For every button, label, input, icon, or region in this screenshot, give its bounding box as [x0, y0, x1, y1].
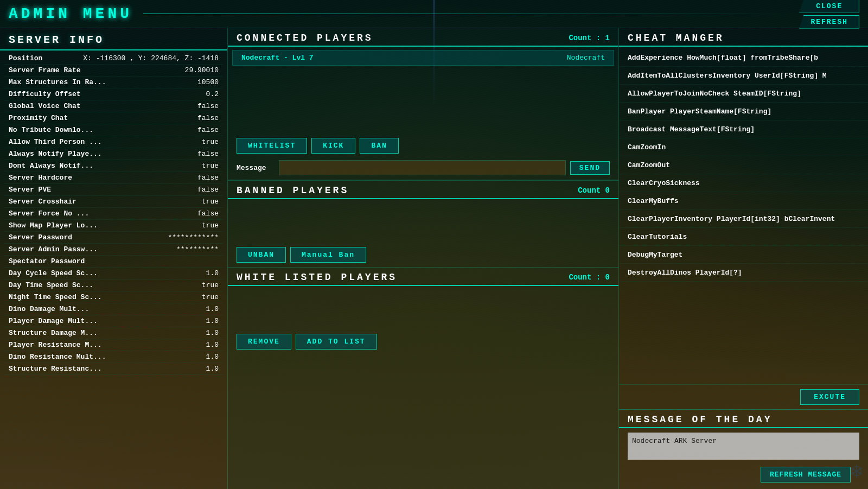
ban-button[interactable]: BAN — [360, 138, 398, 154]
list-item[interactable]: ClearTutorials — [619, 228, 868, 246]
info-value: ************ — [168, 233, 219, 242]
info-value: false — [197, 114, 219, 122]
list-item[interactable]: AddExperience HowMuch[float] fromTribeSh… — [619, 49, 868, 67]
list-item[interactable]: CamZoomIn — [619, 138, 868, 156]
info-row: PositionX: -116300 , Y: 224684, Z: -1418 — [4, 53, 223, 65]
info-value: true — [202, 138, 219, 146]
message-input[interactable] — [279, 160, 566, 175]
info-value: false — [197, 174, 219, 182]
message-row: Message SEND — [228, 158, 618, 180]
list-item[interactable]: ClearPlayerInventory PlayerId[int32] bCl… — [619, 210, 868, 228]
list-item[interactable]: CamZoomOut — [619, 156, 868, 174]
cheat-text: AddItemToAllClustersInventory UserId[FSt… — [628, 72, 827, 80]
manual-ban-button[interactable]: Manual Ban — [290, 247, 366, 263]
remove-button[interactable]: REMOVE — [237, 334, 291, 350]
players-list: Nodecraft - Lvl 7 Nodecraft — [228, 47, 618, 134]
banned-players-count: Count 0 — [578, 186, 610, 195]
whitelist-button[interactable]: WHITELIST — [237, 138, 307, 154]
info-value: ********** — [176, 245, 219, 253]
list-item[interactable]: DebugMyTarget — [619, 246, 868, 264]
list-item[interactable]: ClearCryoSickness — [619, 174, 868, 192]
info-label: Day Time Speed Sc... — [9, 281, 202, 289]
cheat-text: Broadcast MessageText[FString] — [628, 125, 755, 134]
refresh-button[interactable]: REFRESH — [799, 15, 859, 29]
top-buttons: CLOSE REFRESH — [799, 0, 859, 29]
info-row: Server Hardcorefalse — [4, 172, 223, 184]
table-row[interactable]: Nodecraft - Lvl 7 Nodecraft — [232, 50, 614, 66]
info-label: Structure Damage M... — [9, 329, 206, 337]
info-label: Player Resistance M... — [9, 341, 206, 349]
info-row: Dino Resistance Mult...1.0 — [4, 351, 223, 363]
info-label: Server Hardcore — [9, 174, 197, 182]
excute-row: EXCUTE — [619, 384, 868, 409]
unban-button[interactable]: UNBAN — [237, 247, 286, 263]
list-item[interactable]: BanPlayer PlayerSteamName[FString] — [619, 103, 868, 120]
info-value: 1.0 — [206, 269, 219, 277]
whitelisted-players-header: WHITE LISTED PLAYERS Count : 0 — [228, 268, 618, 286]
connected-players-panel: CONNECTED PLAYERS Count : 1 Nodecraft - … — [228, 28, 618, 180]
center-column: CONNECTED PLAYERS Count : 1 Nodecraft - … — [228, 28, 618, 489]
info-label: Spectator Password — [9, 257, 219, 265]
info-row: Server Crosshairtrue — [4, 196, 223, 208]
server-info-panel: SERVER INFO PositionX: -116300 , Y: 2246… — [0, 28, 228, 489]
info-value: 1.0 — [206, 329, 219, 337]
info-label: Show Map Player Lo... — [9, 221, 202, 230]
info-label: Server Force No ... — [9, 209, 197, 218]
close-button[interactable]: CLOSE — [799, 0, 859, 13]
send-button[interactable]: SEND — [570, 161, 610, 175]
info-value: 10500 — [197, 78, 219, 86]
list-item[interactable]: AllowPlayerToJoinNoCheck SteamID[FString… — [619, 85, 868, 103]
cheat-text: DebugMyTarget — [628, 251, 682, 259]
info-row: Difficulty Offset0.2 — [4, 88, 223, 100]
info-label: Dont Always Notif... — [9, 162, 202, 170]
cheat-manager-panel: CHEAT MANGER AddExperience HowMuch[float… — [619, 28, 868, 409]
info-value: 1.0 — [206, 365, 219, 373]
info-label: Allow Third Person ... — [9, 138, 202, 146]
info-row: Allow Third Person ...true — [4, 136, 223, 148]
info-value: false — [197, 186, 219, 194]
info-label: Server Frame Rate — [9, 66, 185, 74]
cheat-text: BanPlayer PlayerSteamName[FString] — [628, 107, 771, 116]
message-label: Message — [237, 164, 275, 172]
whitelisted-players-count: Count : 0 — [569, 273, 610, 282]
info-label: No Tribute Downlo... — [9, 126, 197, 134]
motd-header: MESSAGE OF THE DAY — [619, 410, 868, 428]
list-item[interactable]: Broadcast MessageText[FString] — [619, 120, 868, 138]
motd-input[interactable] — [628, 433, 859, 460]
info-row: Night Time Speed Sc...true — [4, 291, 223, 303]
info-label: Night Time Speed Sc... — [9, 293, 202, 301]
list-item[interactable]: ClearMyBuffs — [619, 192, 868, 210]
cheat-text: DestroyAllDinos PlayerId[?] — [628, 269, 742, 277]
cheat-text: AllowPlayerToJoinNoCheck SteamID[FString… — [628, 90, 801, 98]
list-item[interactable]: DestroyAllDinos PlayerId[?] — [619, 264, 868, 282]
banned-players-panel: BANNED PLAYERS Count 0 UNBAN Manual Ban — [228, 180, 618, 267]
cheat-text: CamZoomIn — [628, 143, 666, 151]
right-column: CHEAT MANGER AddExperience HowMuch[float… — [618, 28, 868, 489]
info-row: Show Map Player Lo...true — [4, 220, 223, 232]
info-row: Server Password************ — [4, 232, 223, 244]
info-label: Server Password — [9, 233, 168, 242]
cheat-manager-header: CHEAT MANGER — [619, 28, 868, 47]
cheat-text: ClearCryoSickness — [628, 179, 700, 187]
info-value: X: -116300 , Y: 224684, Z: -1418 — [83, 54, 219, 62]
info-value: 29.90010 — [185, 66, 219, 74]
info-label: Player Damage Mult... — [9, 317, 206, 325]
cheat-manager-title: CHEAT MANGER — [628, 33, 724, 43]
excute-button[interactable]: EXCUTE — [800, 389, 859, 405]
info-value: false — [197, 102, 219, 110]
info-value: true — [202, 293, 219, 301]
white-list — [228, 286, 618, 329]
info-row: Day Time Speed Sc...true — [4, 280, 223, 291]
add-to-list-button[interactable]: ADD TO LIST — [296, 334, 377, 350]
connected-players-count: Count : 1 — [569, 34, 610, 42]
info-row: Structure Damage M...1.0 — [4, 327, 223, 339]
list-item[interactable]: AddItemToAllClustersInventory UserId[FSt… — [619, 67, 868, 85]
refresh-message-button[interactable]: REFRESH MESSAGE — [761, 467, 851, 482]
info-label: Max Structures In Ra... — [9, 78, 197, 86]
info-label: Dino Resistance Mult... — [9, 353, 206, 361]
info-label: Day Cycle Speed Sc... — [9, 269, 206, 277]
cheat-text: CamZoomOut — [628, 161, 670, 169]
ban-action-buttons: UNBAN Manual Ban — [228, 243, 618, 267]
player-extra: Nodecraft — [567, 54, 605, 62]
kick-button[interactable]: KICK — [311, 138, 355, 154]
